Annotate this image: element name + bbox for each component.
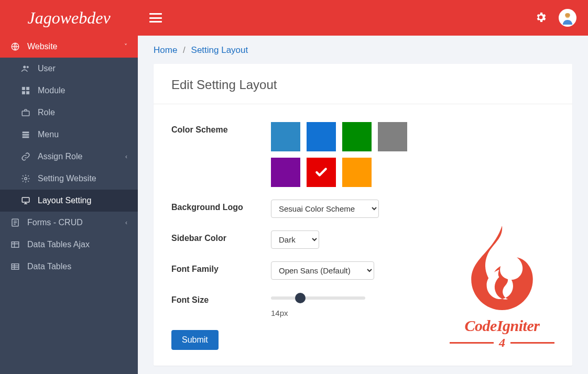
sidebar-label: Assign Role <box>38 152 82 161</box>
sidebar-item-layout-setting[interactable]: Layout Setting <box>0 190 138 212</box>
color-swatch-4[interactable] <box>271 158 300 187</box>
svg-rect-8 <box>23 132 29 133</box>
chevron-left-icon: ‹ <box>125 219 127 226</box>
color-swatch-3[interactable] <box>378 122 407 151</box>
cog-icon <box>21 174 30 183</box>
svg-point-1 <box>24 66 26 69</box>
breadcrumb: Home / Setting Layout <box>138 36 588 64</box>
page-title: Edit Setting Layout <box>154 64 572 104</box>
font-size-slider[interactable] <box>271 296 365 300</box>
sidebar-item-website[interactable]: Website ˅ <box>0 36 138 58</box>
font-size-value: 14px <box>271 309 434 317</box>
sidebar-label: Data Tables Ajax <box>27 240 90 249</box>
svg-rect-3 <box>22 87 25 90</box>
globe-icon <box>10 42 20 51</box>
codeigniter-logo: CodeIgniter 4 <box>450 226 554 350</box>
sidebar-item-menu[interactable]: Menu <box>0 124 138 146</box>
label-font-family: Font Family <box>171 261 271 274</box>
color-swatch-0[interactable] <box>271 122 300 151</box>
svg-rect-6 <box>27 92 29 94</box>
layers-icon <box>21 130 30 139</box>
sidebar-color-select[interactable]: Dark <box>271 230 319 249</box>
sidebar-label: Setting Website <box>38 174 96 183</box>
svg-rect-14 <box>12 242 19 248</box>
sidebar-label: Forms - CRUD <box>27 218 83 227</box>
chevron-left-icon: ‹ <box>125 153 127 160</box>
sidebar-item-assign-role[interactable]: Assign Role ‹ <box>0 146 138 168</box>
svg-rect-7 <box>22 111 29 116</box>
sidebar-item-forms-crud[interactable]: Forms - CRUD ‹ <box>0 212 138 234</box>
sidebar-label: Website <box>27 42 58 51</box>
flame-icon <box>465 226 539 314</box>
check-icon <box>314 166 328 179</box>
color-swatch-6[interactable] <box>342 158 372 187</box>
table-icon <box>10 262 20 271</box>
svg-rect-4 <box>27 87 29 90</box>
sidebar-item-user[interactable]: User <box>0 58 138 80</box>
form-icon <box>10 218 20 227</box>
submit-button[interactable]: Submit <box>171 330 219 350</box>
svg-rect-9 <box>23 134 29 135</box>
svg-rect-15 <box>12 264 19 270</box>
user-avatar[interactable] <box>559 9 576 27</box>
table-icon <box>10 240 20 249</box>
color-swatch-1[interactable] <box>307 122 336 151</box>
breadcrumb-current[interactable]: Setting Layout <box>191 45 248 55</box>
app-logo: Jagowebdev <box>0 0 138 36</box>
svg-point-11 <box>25 178 27 180</box>
sidebar-item-setting-website[interactable]: Setting Website <box>0 168 138 190</box>
sidebar-label: User <box>38 64 56 73</box>
topbar <box>138 0 588 36</box>
chevron-down-icon: ˅ <box>124 43 127 50</box>
svg-rect-12 <box>22 197 29 202</box>
background-logo-select[interactable]: Sesuai Color Scheme <box>271 200 379 218</box>
color-swatches <box>271 122 434 187</box>
sidebar-item-data-tables-ajax[interactable]: Data Tables Ajax <box>0 234 138 256</box>
label-font-size: Font Size <box>171 292 271 305</box>
settings-card: Edit Setting Layout Color Scheme Backgro… <box>154 64 572 366</box>
label-sidebar-color: Sidebar Color <box>171 230 271 243</box>
color-swatch-5[interactable] <box>307 158 336 187</box>
label-color-scheme: Color Scheme <box>171 122 271 135</box>
font-family-select[interactable]: Open Sans (Default) <box>271 261 374 280</box>
label-background-logo: Background Logo <box>171 200 271 212</box>
breadcrumb-home[interactable]: Home <box>154 45 177 55</box>
link-icon <box>21 152 30 161</box>
main-content: Home / Setting Layout Edit Setting Layou… <box>138 0 588 374</box>
hamburger-button[interactable] <box>149 13 162 23</box>
brand-line1: CodeIgniter <box>465 317 540 335</box>
color-swatch-2[interactable] <box>342 122 372 151</box>
sidebar-item-role[interactable]: Role <box>0 102 138 124</box>
svg-rect-10 <box>23 137 29 138</box>
brand-line2: 4 <box>499 336 505 350</box>
briefcase-icon <box>21 108 30 117</box>
breadcrumb-sep: / <box>183 45 186 55</box>
sidebar: Jagowebdev Website ˅ User Module <box>0 0 138 374</box>
sidebar-label: Role <box>38 108 55 117</box>
sidebar-item-data-tables[interactable]: Data Tables <box>0 256 138 278</box>
sidebar-label: Data Tables <box>27 262 71 271</box>
sidebar-label: Layout Setting <box>38 196 91 205</box>
settings-button[interactable] <box>535 11 547 25</box>
users-icon <box>21 64 30 73</box>
sidebar-item-module[interactable]: Module <box>0 80 138 102</box>
sidebar-label: Module <box>38 86 65 95</box>
module-icon <box>21 86 30 95</box>
sidebar-label: Menu <box>38 130 59 139</box>
sidebar-nav: Website ˅ User Module Role <box>0 36 138 278</box>
svg-rect-5 <box>22 92 25 94</box>
monitor-icon <box>21 196 30 205</box>
svg-point-2 <box>27 66 28 68</box>
